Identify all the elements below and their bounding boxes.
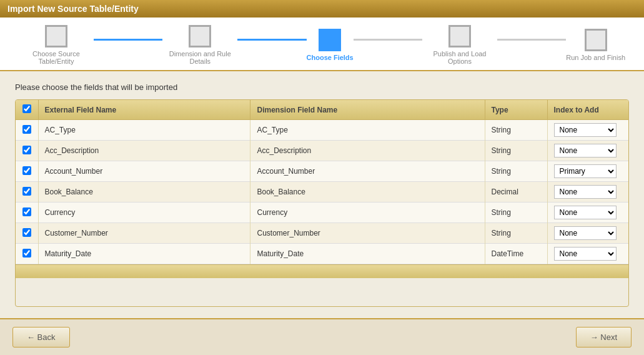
index-select[interactable]: NonePrimarySecondaryUnique	[554, 164, 617, 178]
index-cell: NonePrimarySecondaryUnique	[547, 182, 628, 202]
step-fields-box	[319, 29, 341, 51]
field-type: String	[485, 161, 547, 182]
header-checkbox-col	[16, 100, 38, 120]
external-field-name: Book_Balance	[38, 182, 250, 202]
row-checkbox-cell	[16, 120, 38, 141]
step-dimension-box	[189, 25, 211, 48]
index-select[interactable]: NonePrimarySecondaryUnique	[554, 226, 617, 240]
step-publish-label: Publish and Load Options	[422, 50, 497, 65]
dimension-field-name: Currency	[250, 202, 485, 223]
fields-table: External Field Name Dimension Field Name…	[16, 100, 628, 264]
header-index: Index to Add	[547, 100, 628, 120]
field-type: String	[485, 223, 547, 244]
table-body: AC_TypeAC_TypeStringNonePrimarySecondary…	[16, 120, 628, 264]
fields-table-wrapper: External Field Name Dimension Field Name…	[15, 99, 629, 307]
row-checkbox[interactable]	[22, 249, 31, 258]
step-dimension: Dimension and Rule Details	[162, 25, 237, 65]
step-fields: Choose Fields	[307, 29, 354, 61]
back-button[interactable]: ← Back	[12, 327, 70, 348]
row-checkbox[interactable]	[22, 228, 31, 237]
table-footer	[16, 264, 628, 278]
step-publish-box	[448, 25, 471, 48]
row-checkbox[interactable]	[22, 187, 31, 196]
step-line-1	[94, 39, 162, 41]
row-checkbox-cell	[16, 244, 38, 264]
index-cell: NonePrimarySecondaryUnique	[547, 223, 628, 244]
next-button[interactable]: → Next	[576, 327, 632, 348]
table-row: Book_BalanceBook_BalanceDecimalNonePrima…	[16, 182, 628, 202]
step-source: Choose Source Table/Entity	[19, 25, 94, 65]
index-cell: NonePrimarySecondaryUnique	[547, 202, 628, 223]
row-checkbox-cell	[16, 223, 38, 244]
external-field-name: Currency	[38, 202, 250, 223]
external-field-name: Account_Number	[38, 161, 250, 182]
step-source-label: Choose Source Table/Entity	[19, 50, 94, 65]
table-header-row: External Field Name Dimension Field Name…	[16, 100, 628, 120]
row-checkbox[interactable]	[22, 125, 31, 134]
header-type: Type	[485, 100, 547, 120]
step-fields-label: Choose Fields	[307, 54, 354, 61]
index-cell: NonePrimarySecondaryUnique	[547, 161, 628, 182]
index-select[interactable]: NonePrimarySecondaryUnique	[554, 206, 617, 219]
instructions-text: Please choose the fields that will be im…	[15, 82, 629, 92]
row-checkbox[interactable]	[22, 146, 31, 154]
index-cell: NonePrimarySecondaryUnique	[547, 244, 628, 264]
title-text: Import New Source Table/Entity	[7, 4, 139, 14]
wizard-steps: Choose Source Table/Entity Dimension and…	[0, 18, 644, 71]
row-checkbox-cell	[16, 202, 38, 223]
field-type: String	[485, 141, 547, 161]
field-type: String	[485, 202, 547, 223]
row-checkbox-cell	[16, 161, 38, 182]
index-select[interactable]: NonePrimarySecondaryUnique	[554, 123, 617, 137]
index-cell: NonePrimarySecondaryUnique	[547, 141, 628, 161]
index-select[interactable]: NonePrimarySecondaryUnique	[554, 247, 617, 261]
main-content: Please choose the fields that will be im…	[0, 71, 644, 318]
step-dimension-label: Dimension and Rule Details	[162, 50, 237, 65]
step-line-4	[497, 39, 566, 41]
row-checkbox[interactable]	[22, 166, 31, 175]
dimension-field-name: Acc_Description	[250, 141, 485, 161]
external-field-name: AC_Type	[38, 120, 250, 141]
row-checkbox-cell	[16, 182, 38, 202]
header-dimension: Dimension Field Name	[250, 100, 485, 120]
dimension-field-name: Maturity_Date	[250, 244, 485, 264]
dimension-field-name: Account_Number	[250, 161, 485, 182]
index-cell: NonePrimarySecondaryUnique	[547, 120, 628, 141]
step-line-3	[354, 39, 422, 41]
index-select[interactable]: NonePrimarySecondaryUnique	[554, 185, 617, 199]
step-run-label: Run Job and Finish	[566, 54, 625, 61]
select-all-checkbox[interactable]	[22, 104, 31, 113]
table-row: Maturity_DateMaturity_DateDateTimeNonePr…	[16, 244, 628, 264]
table-row: CurrencyCurrencyStringNonePrimarySeconda…	[16, 202, 628, 223]
dimension-field-name: Book_Balance	[250, 182, 485, 202]
table-row: Acc_DescriptionAcc_DescriptionStringNone…	[16, 141, 628, 161]
table-row: Customer_NumberCustomer_NumberStringNone…	[16, 223, 628, 244]
header-external: External Field Name	[38, 100, 250, 120]
bottom-bar: ← Back → Next	[0, 318, 644, 355]
index-select[interactable]: NonePrimarySecondaryUnique	[554, 144, 617, 158]
step-publish: Publish and Load Options	[422, 25, 497, 65]
dimension-field-name: Customer_Number	[250, 223, 485, 244]
step-run-box	[585, 29, 607, 51]
external-field-name: Customer_Number	[38, 223, 250, 244]
table-row: AC_TypeAC_TypeStringNonePrimarySecondary…	[16, 120, 628, 141]
step-line-2	[237, 39, 306, 41]
step-source-box	[45, 25, 67, 48]
external-field-name: Maturity_Date	[38, 244, 250, 264]
field-type: DateTime	[485, 244, 547, 264]
dimension-field-name: AC_Type	[250, 120, 485, 141]
external-field-name: Acc_Description	[38, 141, 250, 161]
row-checkbox-cell	[16, 141, 38, 161]
field-type: Decimal	[485, 182, 547, 202]
field-type: String	[485, 120, 547, 141]
table-row: Account_NumberAccount_NumberStringNonePr…	[16, 161, 628, 182]
row-checkbox[interactable]	[22, 208, 31, 216]
step-run: Run Job and Finish	[566, 29, 625, 61]
title-bar: Import New Source Table/Entity	[0, 0, 644, 18]
